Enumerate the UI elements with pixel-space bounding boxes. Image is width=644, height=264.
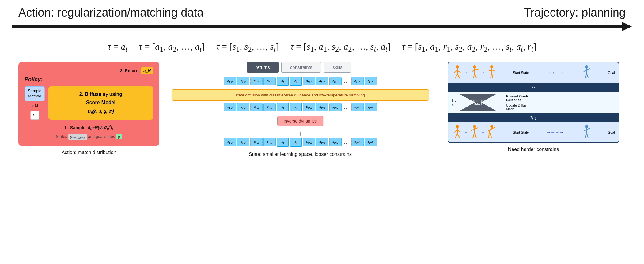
svg-line-11 — [475, 69, 478, 70]
step1-area: 1. Sample a0~N(0, σ02I) — [25, 124, 153, 131]
cell-s-t2-r2: st-2 — [237, 103, 249, 111]
cell-s-th-r1: st+h — [365, 77, 377, 85]
dots-r1: … — [343, 78, 350, 85]
policy-inner: SampleMethod × N σi 2. Diffuse aT usingS… — [25, 86, 153, 120]
sample-method-box: SampleMethod — [25, 86, 45, 101]
cell-s-t2-r1: st-2 — [237, 77, 249, 85]
times-n-label: × N — [31, 104, 38, 108]
cell-s-t2-r3: st-2 — [237, 138, 249, 146]
row1-cells: at-2 st-2 at-1 st-1 st at st+1 at+1 st+2… — [224, 77, 377, 86]
states-box: (s,a)n:n+k — [68, 134, 87, 140]
arrow-b2: → — [481, 130, 485, 134]
score-model-box: 2. Diffuse aT usingScore-Model Dθ(a, s, … — [48, 86, 153, 119]
row3-cells: at-2 st-2 at-1 st-1 st at st+1 at+1 st+2… — [224, 138, 377, 146]
cell-s-t-r2: st — [277, 103, 289, 111]
cell-s-th-r2: st+h — [365, 103, 377, 111]
right-caption: Need harder constrains — [508, 147, 559, 152]
step3-label: 3. Return — [120, 68, 141, 73]
start-text-b: Start State — [513, 130, 529, 134]
cell-a-t-r3: at — [290, 138, 302, 146]
left-header-label: Action: regularization/matching data — [18, 6, 203, 19]
step3-area: 3. Return a_N — [25, 67, 153, 74]
svg-line-31 — [455, 134, 457, 138]
update-arrow: ← — [499, 104, 504, 110]
main-container: Action: regularization/matching data Tra… — [0, 0, 644, 163]
formula-text: τ = at τ = [a1, a2, …, at] τ = [s1, s2, … — [108, 41, 536, 51]
top-robot-row: → → — [448, 62, 619, 83]
header-section: Action: regularization/matching data Tra… — [12, 6, 632, 19]
cell-a-th-r3: at+h — [351, 138, 364, 146]
middle-diagram: returns constraints skills at-2 st-2 at-… — [172, 62, 429, 157]
svg-line-38 — [475, 133, 476, 138]
cell-a-th-r2: at+h — [351, 103, 364, 111]
score-model-title: 2. Diffuse aT usingScore-Model — [53, 91, 148, 106]
right-diagram: → → — [438, 62, 629, 152]
left-caption: Action: match distribution — [62, 150, 116, 155]
svg-point-2 — [456, 65, 459, 68]
svg-line-48 — [587, 128, 590, 130]
cell-a-t1-r3: at-1 — [250, 138, 263, 146]
svg-line-13 — [475, 74, 476, 78]
bottom-robot-row: → → — [448, 122, 619, 142]
svg-line-5 — [457, 70, 460, 73]
update-diffus-row: ← Update DiffusModel — [499, 104, 615, 111]
goal-text-b: Goal — [608, 130, 615, 134]
svg-line-19 — [492, 74, 493, 78]
cell-s-t2p-r1: st+2 — [329, 77, 342, 85]
arrow-1: → — [464, 70, 468, 75]
unet-label: DenoisingU-Net — [471, 99, 484, 106]
right-panel-box: → → — [448, 62, 619, 143]
tau-t-bar: τt — [448, 83, 619, 92]
cell-a-t-r1: at — [290, 77, 302, 86]
svg-point-8 — [473, 65, 476, 68]
cell-s-t-r1: st — [277, 77, 289, 86]
a-n-label: a_N — [141, 67, 153, 74]
robot-goal-bottom — [581, 125, 592, 140]
svg-line-50 — [587, 133, 588, 138]
svg-point-20 — [585, 65, 588, 68]
reward-gradient-row: ← Reward GradiGuidance — [499, 94, 615, 102]
cell-s-t-r3: st — [277, 138, 289, 146]
tab-skills[interactable]: skills — [324, 62, 351, 73]
states-label: States — [56, 134, 68, 139]
svg-line-35 — [471, 129, 475, 131]
robot-1 — [452, 65, 463, 80]
inverse-dynamics-area: inverse dynamics — [277, 114, 323, 128]
cell-a-t1p-r2: at+1 — [316, 103, 328, 111]
svg-point-33 — [473, 125, 476, 128]
svg-line-25 — [587, 74, 588, 78]
svg-line-16 — [489, 70, 492, 71]
robot-3 — [486, 65, 497, 80]
tab-returns[interactable]: returns — [247, 62, 279, 73]
arrow-b1: → — [464, 130, 468, 134]
reward-arrow: ← — [499, 95, 504, 101]
svg-rect-0 — [12, 25, 623, 28]
cell-a-t1-r1: at-1 — [250, 77, 263, 85]
robot-b3 — [486, 125, 497, 140]
svg-line-37 — [473, 133, 475, 138]
svg-line-44 — [489, 131, 492, 138]
svg-line-22 — [584, 70, 587, 72]
svg-point-45 — [585, 125, 588, 128]
svg-line-30 — [457, 130, 460, 132]
svg-line-4 — [454, 70, 457, 73]
svg-line-24 — [585, 74, 587, 78]
start-text: Start State — [513, 71, 529, 74]
cell-a-t-r2: at — [290, 103, 302, 111]
unet-shape: DenoisingU-Net — [460, 94, 496, 111]
robot-b2 — [469, 125, 480, 140]
goal-text: Goal — [608, 71, 615, 74]
long-arrow: →→→→ — [546, 70, 563, 75]
tab-constraints[interactable]: constraints — [281, 62, 321, 73]
cell-s-t1-r1: st-1 — [263, 77, 276, 85]
arrow-2: → — [481, 70, 485, 75]
inverse-dynamics-box: inverse dynamics — [277, 116, 323, 126]
robot-b1 — [452, 125, 463, 140]
robot-goal-b — [581, 125, 592, 140]
down-arrow: ↓ — [299, 130, 302, 137]
svg-line-32 — [457, 134, 460, 138]
start-state-label: Start State — [513, 71, 529, 74]
svg-point-14 — [490, 65, 493, 68]
tab-buttons[interactable]: returns constraints skills — [247, 62, 354, 73]
robot-sequence-bottom: → → — [452, 125, 497, 140]
